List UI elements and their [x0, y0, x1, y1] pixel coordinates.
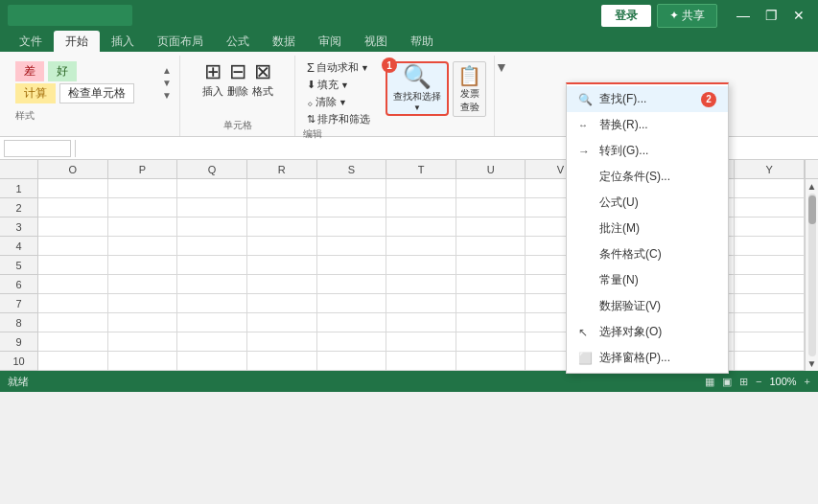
grid-cell[interactable]: [735, 294, 805, 313]
status-zoom-out[interactable]: −: [756, 376, 761, 387]
style-cell-good[interactable]: 好: [48, 61, 77, 81]
grid-cell[interactable]: [456, 256, 526, 275]
grid-cell[interactable]: [38, 294, 108, 313]
grid-cell[interactable]: [247, 313, 317, 332]
minimize-button[interactable]: —: [731, 6, 756, 25]
style-scroll-up[interactable]: ▲: [162, 65, 172, 77]
grid-cell[interactable]: [177, 352, 247, 371]
row-2[interactable]: 2: [0, 198, 38, 218]
menu-item-data-valid[interactable]: 数据验证(V): [567, 293, 728, 319]
grid-cell[interactable]: [386, 352, 456, 371]
grid-cell[interactable]: [735, 313, 805, 332]
menu-item-constant[interactable]: 常量(N): [567, 267, 728, 293]
tab-page-layout[interactable]: 页面布局: [146, 31, 215, 52]
grid-cell[interactable]: [386, 294, 456, 313]
grid-cell[interactable]: [247, 218, 317, 237]
menu-item-find[interactable]: 🔍 查找(F)... 2: [567, 86, 728, 112]
scroll-track[interactable]: [808, 194, 816, 356]
row-7[interactable]: 7: [0, 294, 38, 313]
scroll-up-arrow[interactable]: ▲: [807, 181, 817, 192]
style-cell-bad[interactable]: 差: [15, 61, 44, 81]
tab-help[interactable]: 帮助: [399, 31, 445, 52]
style-cell-check[interactable]: 检查单元格: [59, 83, 134, 103]
scroll-thumb[interactable]: [808, 195, 816, 224]
grid-cell[interactable]: [38, 218, 108, 237]
grid-cell[interactable]: [317, 256, 387, 275]
grid-cell[interactable]: [177, 198, 247, 218]
grid-cell[interactable]: [386, 237, 456, 256]
row-9[interactable]: 9: [0, 332, 38, 352]
grid-cell[interactable]: [38, 179, 108, 198]
vertical-scrollbar[interactable]: ▲ ▼: [805, 179, 818, 371]
grid-cell[interactable]: [38, 332, 108, 352]
col-header-Y[interactable]: Y: [735, 160, 805, 178]
row-3[interactable]: 3: [0, 218, 38, 237]
autosum-button[interactable]: Σ 自动求和 ▼: [303, 59, 380, 76]
grid-cell[interactable]: [38, 275, 108, 294]
grid-cell[interactable]: [386, 332, 456, 352]
grid-cell[interactable]: [456, 275, 526, 294]
grid-cell[interactable]: [456, 332, 526, 352]
row-5[interactable]: 5: [0, 256, 38, 275]
grid-cell[interactable]: [317, 198, 387, 218]
grid-cell[interactable]: [38, 352, 108, 371]
style-scroll-mid[interactable]: ▼: [162, 78, 172, 89]
style-cell-calc[interactable]: 计算: [15, 83, 56, 103]
status-zoom-in[interactable]: +: [805, 376, 810, 387]
grid-cell[interactable]: [247, 198, 317, 218]
tab-data[interactable]: 数据: [261, 31, 307, 52]
grid-cell[interactable]: [177, 237, 247, 256]
share-button[interactable]: ✦ 共享: [657, 4, 717, 28]
restore-button[interactable]: ❐: [760, 6, 783, 25]
grid-cell[interactable]: [108, 275, 178, 294]
row-4[interactable]: 4: [0, 237, 38, 256]
col-header-U[interactable]: U: [456, 160, 526, 178]
grid-cell[interactable]: [456, 237, 526, 256]
menu-item-locate-cond[interactable]: 定位条件(S)...: [567, 164, 728, 190]
workbook-title-input[interactable]: [8, 5, 132, 26]
grid-cell[interactable]: [38, 313, 108, 332]
clear-button[interactable]: ⬦ 清除 ▼: [303, 94, 380, 110]
sort-filter-button[interactable]: ⇅ 排序和筛选: [303, 111, 380, 127]
grid-cell[interactable]: [735, 179, 805, 198]
grid-cell[interactable]: [247, 179, 317, 198]
grid-cell[interactable]: [108, 294, 178, 313]
grid-cell[interactable]: [38, 198, 108, 218]
scroll-down-arrow[interactable]: ▼: [807, 358, 817, 369]
row-10[interactable]: 10: [0, 352, 38, 371]
grid-cell[interactable]: [108, 256, 178, 275]
row-8[interactable]: 8: [0, 313, 38, 332]
status-view-break[interactable]: ⊞: [739, 376, 748, 388]
tab-insert[interactable]: 插入: [100, 31, 146, 52]
grid-cell[interactable]: [735, 275, 805, 294]
ribbon-expand[interactable]: ▼: [495, 56, 508, 136]
tab-review[interactable]: 审阅: [307, 31, 353, 52]
menu-item-select-obj[interactable]: ↖ 选择对象(O): [567, 319, 728, 345]
grid-cell[interactable]: [317, 352, 387, 371]
grid-cell[interactable]: [386, 275, 456, 294]
grid-cell[interactable]: [317, 179, 387, 198]
grid-cell[interactable]: [735, 352, 805, 371]
status-view-layout[interactable]: ▣: [722, 376, 732, 388]
grid-cell[interactable]: [386, 218, 456, 237]
grid-cell[interactable]: [247, 352, 317, 371]
col-header-Q[interactable]: Q: [177, 160, 247, 178]
menu-item-cond-format[interactable]: 条件格式(C): [567, 241, 728, 267]
verify-button[interactable]: 📋 发票查验: [453, 61, 486, 117]
grid-cell[interactable]: [456, 198, 526, 218]
col-header-R[interactable]: R: [247, 160, 317, 178]
grid-cell[interactable]: [247, 294, 317, 313]
grid-cell[interactable]: [386, 256, 456, 275]
grid-cell[interactable]: [735, 256, 805, 275]
menu-item-goto[interactable]: → 转到(G)...: [567, 138, 728, 164]
grid-cell[interactable]: [177, 332, 247, 352]
grid-cell[interactable]: [735, 332, 805, 352]
grid-cell[interactable]: [247, 237, 317, 256]
style-scroll-down[interactable]: ▼: [162, 90, 172, 102]
grid-cell[interactable]: [108, 198, 178, 218]
grid-cell[interactable]: [247, 256, 317, 275]
fill-button[interactable]: ⬇ 填充 ▼: [303, 77, 380, 93]
grid-cell[interactable]: [177, 218, 247, 237]
grid-cell[interactable]: [317, 294, 387, 313]
grid-cell[interactable]: [386, 198, 456, 218]
